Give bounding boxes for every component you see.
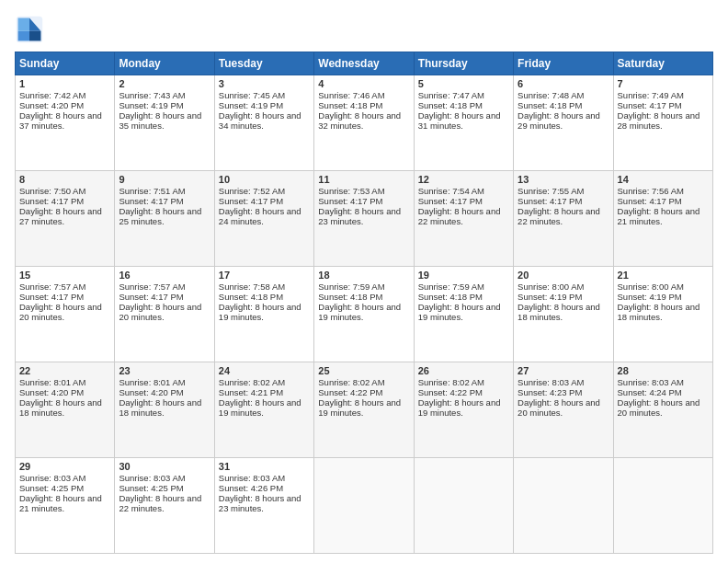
day-number: 14 [618, 174, 709, 185]
svg-marker-4 [18, 18, 29, 31]
sunrise: Sunrise: 7:43 AM [119, 90, 185, 100]
sunrise: Sunrise: 7:49 AM [618, 90, 684, 100]
sunrise: Sunrise: 7:59 AM [418, 282, 484, 292]
daylight: Daylight: 8 hours and 22 minutes. [518, 206, 600, 226]
day-cell: 28Sunrise: 8:03 AMSunset: 4:24 PMDayligh… [613, 362, 712, 458]
logo-icon [15, 15, 44, 44]
day-number: 4 [318, 78, 409, 89]
sunset: Sunset: 4:18 PM [219, 292, 283, 302]
sunset: Sunset: 4:20 PM [19, 387, 84, 397]
sunset: Sunset: 4:22 PM [318, 387, 382, 397]
weekday-header-tuesday: Tuesday [214, 52, 313, 75]
sunrise: Sunrise: 8:03 AM [518, 377, 584, 387]
daylight: Daylight: 8 hours and 19 minutes. [219, 302, 301, 322]
daylight: Daylight: 8 hours and 20 minutes. [119, 302, 201, 322]
sunset: Sunset: 4:19 PM [518, 292, 582, 302]
sunrise: Sunrise: 7:47 AM [418, 90, 484, 100]
week-row-4: 22Sunrise: 8:01 AMSunset: 4:20 PMDayligh… [16, 362, 713, 458]
sunrise: Sunrise: 7:51 AM [119, 186, 185, 196]
sunset: Sunset: 4:17 PM [418, 196, 483, 206]
daylight: Daylight: 8 hours and 20 minutes. [518, 397, 600, 418]
week-row-1: 1Sunrise: 7:42 AMSunset: 4:20 PMDaylight… [16, 75, 713, 171]
day-cell: 21Sunrise: 8:00 AMSunset: 4:19 PMDayligh… [613, 267, 712, 362]
week-row-2: 8Sunrise: 7:50 AMSunset: 4:17 PMDaylight… [16, 171, 713, 267]
day-cell [514, 458, 613, 554]
day-cell [414, 458, 513, 554]
sunset: Sunset: 4:20 PM [119, 387, 183, 397]
sunset: Sunset: 4:18 PM [318, 100, 382, 110]
sunrise: Sunrise: 7:53 AM [318, 186, 384, 196]
day-cell: 27Sunrise: 8:03 AMSunset: 4:23 PMDayligh… [514, 362, 613, 458]
daylight: Daylight: 8 hours and 19 minutes. [318, 302, 401, 322]
day-cell: 25Sunrise: 8:02 AMSunset: 4:22 PMDayligh… [314, 362, 414, 458]
sunrise: Sunrise: 7:50 AM [19, 186, 85, 196]
sunrise: Sunrise: 7:52 AM [219, 186, 285, 196]
day-cell: 14Sunrise: 7:56 AMSunset: 4:17 PMDayligh… [613, 171, 712, 267]
sunrise: Sunrise: 8:00 AM [618, 282, 684, 292]
daylight: Daylight: 8 hours and 19 minutes. [418, 397, 501, 418]
day-cell: 13Sunrise: 7:55 AMSunset: 4:17 PMDayligh… [514, 171, 613, 267]
daylight: Daylight: 8 hours and 19 minutes. [219, 397, 301, 418]
daylight: Daylight: 8 hours and 20 minutes. [19, 302, 102, 322]
sunrise: Sunrise: 7:57 AM [19, 282, 85, 292]
daylight: Daylight: 8 hours and 24 minutes. [219, 206, 301, 226]
day-cell: 9Sunrise: 7:51 AMSunset: 4:17 PMDaylight… [115, 171, 214, 267]
daylight: Daylight: 8 hours and 27 minutes. [19, 206, 102, 226]
sunset: Sunset: 4:26 PM [219, 483, 283, 493]
sunrise: Sunrise: 8:03 AM [618, 377, 684, 387]
sunrise: Sunrise: 7:45 AM [219, 90, 285, 100]
daylight: Daylight: 8 hours and 19 minutes. [318, 397, 401, 418]
day-number: 27 [518, 365, 609, 376]
day-cell: 8Sunrise: 7:50 AMSunset: 4:17 PMDaylight… [16, 171, 115, 267]
sunset: Sunset: 4:17 PM [19, 196, 84, 206]
sunset: Sunset: 4:19 PM [618, 292, 682, 302]
day-cell: 2Sunrise: 7:43 AMSunset: 4:19 PMDaylight… [115, 75, 214, 171]
day-number: 17 [219, 270, 310, 281]
daylight: Daylight: 8 hours and 21 minutes. [19, 493, 102, 513]
day-number: 8 [19, 174, 110, 185]
sunset: Sunset: 4:25 PM [19, 483, 84, 493]
day-cell: 1Sunrise: 7:42 AMSunset: 4:20 PMDaylight… [16, 75, 115, 171]
weekday-header-row: SundayMondayTuesdayWednesdayThursdayFrid… [16, 52, 713, 75]
day-cell: 19Sunrise: 7:59 AMSunset: 4:18 PMDayligh… [414, 267, 513, 362]
calendar-table: SundayMondayTuesdayWednesdayThursdayFrid… [15, 52, 713, 554]
day-cell: 10Sunrise: 7:52 AMSunset: 4:17 PMDayligh… [214, 171, 313, 267]
weekday-header-sunday: Sunday [16, 52, 115, 75]
day-cell: 15Sunrise: 7:57 AMSunset: 4:17 PMDayligh… [16, 267, 115, 362]
sunset: Sunset: 4:17 PM [618, 100, 682, 110]
week-row-5: 29Sunrise: 8:03 AMSunset: 4:25 PMDayligh… [16, 458, 713, 554]
sunrise: Sunrise: 8:01 AM [119, 377, 185, 387]
daylight: Daylight: 8 hours and 18 minutes. [119, 397, 201, 418]
daylight: Daylight: 8 hours and 20 minutes. [618, 397, 700, 418]
day-cell: 26Sunrise: 8:02 AMSunset: 4:22 PMDayligh… [414, 362, 513, 458]
day-number: 12 [418, 174, 509, 185]
daylight: Daylight: 8 hours and 34 minutes. [219, 110, 301, 131]
logo [15, 15, 50, 44]
daylight: Daylight: 8 hours and 31 minutes. [418, 110, 501, 131]
weekday-header-thursday: Thursday [414, 52, 513, 75]
daylight: Daylight: 8 hours and 21 minutes. [618, 206, 700, 226]
sunset: Sunset: 4:19 PM [219, 100, 283, 110]
daylight: Daylight: 8 hours and 22 minutes. [119, 493, 201, 513]
sunrise: Sunrise: 7:58 AM [219, 282, 285, 292]
day-cell: 30Sunrise: 8:03 AMSunset: 4:25 PMDayligh… [115, 458, 214, 554]
svg-marker-2 [29, 31, 40, 41]
daylight: Daylight: 8 hours and 18 minutes. [19, 397, 102, 418]
day-cell: 3Sunrise: 7:45 AMSunset: 4:19 PMDaylight… [214, 75, 313, 171]
sunset: Sunset: 4:23 PM [518, 387, 582, 397]
daylight: Daylight: 8 hours and 25 minutes. [119, 206, 201, 226]
day-cell: 4Sunrise: 7:46 AMSunset: 4:18 PMDaylight… [314, 75, 414, 171]
sunset: Sunset: 4:19 PM [119, 100, 183, 110]
sunset: Sunset: 4:17 PM [19, 292, 84, 302]
sunrise: Sunrise: 8:02 AM [219, 377, 285, 387]
day-cell: 23Sunrise: 8:01 AMSunset: 4:20 PMDayligh… [115, 362, 214, 458]
day-number: 19 [418, 270, 509, 281]
daylight: Daylight: 8 hours and 23 minutes. [318, 206, 401, 226]
sunset: Sunset: 4:18 PM [418, 100, 483, 110]
day-cell [314, 458, 414, 554]
svg-marker-3 [18, 31, 29, 41]
day-number: 1 [19, 78, 110, 89]
day-number: 22 [19, 365, 110, 376]
daylight: Daylight: 8 hours and 23 minutes. [219, 493, 301, 513]
day-cell: 17Sunrise: 7:58 AMSunset: 4:18 PMDayligh… [214, 267, 313, 362]
